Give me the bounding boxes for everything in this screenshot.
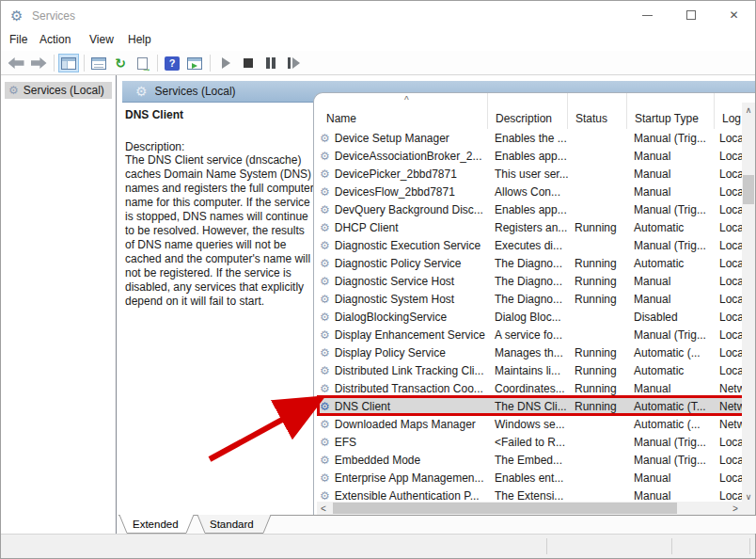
service-startup-cell: Manual	[627, 183, 715, 200]
service-row[interactable]: ⚙Embedded Mode The Embed... Manual (Trig…	[317, 451, 742, 469]
scrollbar-corner	[742, 502, 755, 515]
menu-action[interactable]: Action	[39, 33, 71, 46]
service-logon-cell: Loca	[715, 165, 742, 183]
show-console-tree-button[interactable]	[58, 54, 79, 72]
start-service-button[interactable]	[215, 54, 236, 72]
service-logon-cell: Loca	[715, 218, 742, 236]
service-status-cell	[568, 415, 627, 433]
export-list-button[interactable]	[132, 54, 152, 72]
service-description-cell: Enables app...	[488, 147, 568, 165]
service-row[interactable]: ⚙Diagnostic Policy Service The Diagno...…	[317, 254, 742, 272]
service-row[interactable]: ⚙DNS Client The DNS Cli... Running Autom…	[317, 397, 742, 415]
tab-standard[interactable]: Standard	[197, 515, 271, 534]
selected-service-name: DNS Client	[125, 108, 313, 121]
status-bar	[1, 534, 755, 558]
service-row[interactable]: ⚙Distributed Transaction Coo... Coordina…	[317, 379, 742, 397]
menu-help[interactable]: Help	[128, 33, 151, 46]
service-name-cell: DNS Client	[335, 400, 390, 413]
service-status-cell: Running	[568, 397, 627, 415]
column-header-startup-type[interactable]: Startup Type	[627, 93, 715, 129]
column-header-status[interactable]: Status	[568, 93, 627, 129]
services-list-panel: Name ^ Description Status Startup Type L…	[313, 92, 755, 515]
service-status-cell	[568, 308, 627, 326]
vertical-scrollbar[interactable]: ∧ ∨	[742, 103, 755, 504]
column-header-name[interactable]: Name ^	[317, 93, 488, 129]
service-row[interactable]: ⚙Display Enhancement Service A service f…	[317, 326, 742, 343]
restart-service-button[interactable]	[283, 54, 304, 72]
service-name-cell: Diagnostic Execution Service	[335, 239, 480, 252]
services-panel: ⚙ Services (Local) DNS Client Descriptio…	[118, 75, 755, 534]
menu-bar: File Action View Help	[1, 30, 755, 51]
vertical-scrollbar-thumb[interactable]	[743, 175, 754, 204]
service-description-pane: DNS Client Description: The DNS Client s…	[118, 103, 313, 515]
close-button[interactable]: ✕	[713, 1, 755, 29]
service-name-cell: DevicesFlow_2bbd7871	[335, 185, 455, 199]
title-bar: ⚙ Services ✕	[1, 1, 755, 30]
service-logon-cell: Loca	[715, 129, 742, 147]
service-gear-icon: ⚙	[320, 311, 330, 323]
service-status-cell: Running	[568, 272, 627, 290]
service-row[interactable]: ⚙DevicesFlow_2bbd7871 Allows Con... Manu…	[317, 183, 742, 200]
toolbar-separator	[157, 55, 158, 72]
description-label: Description:	[125, 140, 313, 153]
forward-icon	[31, 57, 47, 69]
maximize-button[interactable]	[669, 1, 712, 29]
service-name-cell: Distributed Transaction Coo...	[335, 382, 483, 395]
forward-button[interactable]	[28, 54, 49, 72]
service-description-cell: Registers an...	[488, 218, 568, 236]
refresh-button[interactable]: ↻	[110, 54, 131, 72]
tree-item-services-local[interactable]: ⚙ Services (Local)	[5, 82, 112, 99]
service-row[interactable]: ⚙Display Policy Service Manages th... Ru…	[317, 343, 742, 361]
service-name-cell: DevicePicker_2bbd7871	[335, 168, 457, 181]
service-row[interactable]: ⚙EFS <Failed to R... Manual (Trig... Loc…	[317, 433, 742, 451]
service-row[interactable]: ⚙DevicePicker_2bbd7871 This user ser... …	[317, 165, 742, 183]
menu-file[interactable]: File	[9, 33, 27, 46]
list-header-row: Name ^ Description Status Startup Type L…	[317, 93, 742, 129]
service-description-cell: Manages th...	[488, 343, 568, 361]
back-button[interactable]	[6, 54, 26, 72]
service-gear-icon: ⚙	[320, 276, 330, 287]
service-logon-cell: Loca	[715, 254, 742, 272]
service-gear-icon: ⚙	[320, 437, 330, 448]
service-row[interactable]: ⚙Device Setup Manager Enables the ... Ma…	[317, 129, 742, 147]
service-row[interactable]: ⚙Enterprise App Managemen... Enables ent…	[317, 469, 742, 487]
service-row[interactable]: ⚙DialogBlockingService Dialog Bloc... Di…	[317, 308, 742, 326]
pause-icon	[266, 57, 276, 69]
horizontal-scrollbar[interactable]: < >	[317, 502, 742, 515]
column-header-description[interactable]: Description	[488, 93, 568, 129]
service-gear-icon: ⚙	[320, 204, 330, 216]
scroll-up-icon[interactable]: ∧	[742, 103, 755, 118]
column-header-logon[interactable]: Log	[715, 93, 742, 129]
service-row[interactable]: ⚙Diagnostic System Host The Diagno... Ru…	[317, 290, 742, 308]
stop-service-button[interactable]	[238, 54, 259, 72]
horizontal-scrollbar-thumb[interactable]	[333, 503, 677, 514]
scroll-right-icon[interactable]: >	[729, 502, 742, 515]
service-description-cell: The Embed...	[488, 451, 568, 469]
service-row[interactable]: ⚙Distributed Link Tracking Cli... Mainta…	[317, 361, 742, 379]
service-logon-cell: Loca	[715, 343, 742, 361]
services-app-icon: ⚙	[10, 8, 23, 24]
menu-view[interactable]: View	[89, 33, 114, 46]
scroll-left-icon[interactable]: <	[317, 502, 330, 515]
tab-extended[interactable]: Extended	[119, 515, 194, 534]
service-row[interactable]: ⚙DevQuery Background Disc... Enables app…	[317, 200, 742, 218]
service-logon-cell: Loca	[715, 236, 742, 254]
status-bar-divider	[671, 538, 672, 554]
service-description-cell: This user ser...	[488, 165, 568, 183]
service-status-cell: Running	[568, 290, 627, 308]
service-gear-icon: ⚙	[320, 329, 330, 341]
help-button[interactable]: ?	[162, 54, 182, 72]
panel-header-icon: ⚙	[135, 85, 148, 98]
service-row[interactable]: ⚙DHCP Client Registers an... Running Aut…	[317, 218, 742, 236]
service-row[interactable]: ⚙Diagnostic Execution Service Executes d…	[317, 236, 742, 254]
close-icon: ✕	[729, 8, 738, 22]
minimize-button[interactable]	[626, 1, 669, 29]
service-row[interactable]: ⚙Downloaded Maps Manager Windows se... A…	[317, 415, 742, 433]
service-status-cell	[568, 236, 627, 254]
pause-service-button[interactable]	[260, 54, 281, 72]
extended-view-button[interactable]	[184, 54, 205, 72]
service-row[interactable]: ⚙Diagnostic Service Host The Diagno... R…	[317, 272, 742, 290]
properties-button[interactable]	[88, 54, 109, 72]
service-row[interactable]: ⚙DeviceAssociationBroker_2... Enables ap…	[317, 147, 742, 165]
service-name-cell: DHCP Client	[335, 221, 399, 234]
